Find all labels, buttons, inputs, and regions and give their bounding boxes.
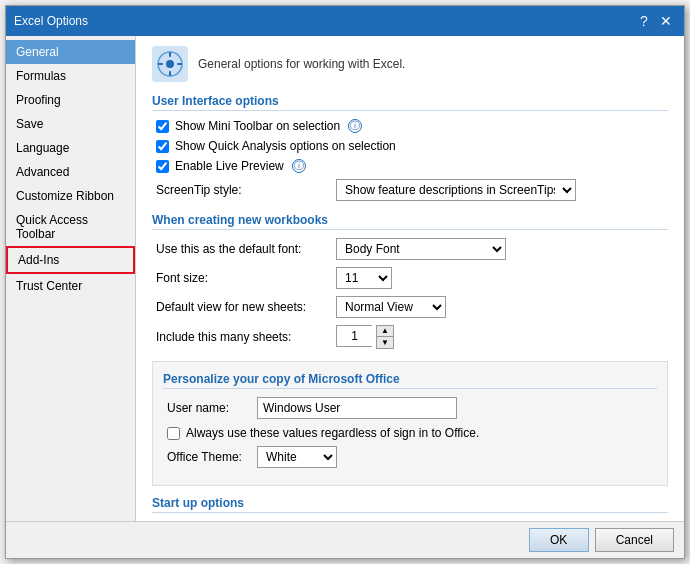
username-input[interactable]: [257, 397, 457, 419]
svg-rect-3: [169, 71, 171, 76]
ui-options-title: User Interface options: [152, 94, 668, 111]
sidebar-item-save[interactable]: Save: [6, 112, 135, 136]
excel-options-dialog: Excel Options ? ✕ General Formulas Proof…: [5, 5, 685, 559]
live-preview-row: Enable Live Preview ⓘ: [152, 159, 668, 173]
office-theme-control: White Colorful Dark Gray Black: [257, 446, 337, 468]
always-use-label[interactable]: Always use these values regardless of si…: [167, 426, 479, 440]
sidebar-item-quick-access-toolbar[interactable]: Quick Access Toolbar: [6, 208, 135, 246]
default-font-label: Use this as the default font:: [156, 242, 336, 256]
num-sheets-label: Include this many sheets:: [156, 330, 336, 344]
always-use-row: Always use these values regardless of si…: [163, 426, 657, 440]
mini-toolbar-info-icon[interactable]: ⓘ: [348, 119, 362, 133]
num-sheets-row: Include this many sheets: ▲ ▼: [152, 325, 668, 349]
new-workbook-group: When creating new workbooks Use this as …: [152, 213, 668, 349]
mini-toolbar-checkbox[interactable]: [156, 120, 169, 133]
default-font-select[interactable]: Body Font Calibri Arial Times New Roman: [336, 238, 506, 260]
dialog-body: General Formulas Proofing Save Language …: [6, 36, 684, 521]
new-workbook-title: When creating new workbooks: [152, 213, 668, 230]
default-font-row: Use this as the default font: Body Font …: [152, 238, 668, 260]
font-size-select[interactable]: 891011 12141618: [336, 267, 392, 289]
live-preview-label[interactable]: Enable Live Preview ⓘ: [156, 159, 306, 173]
personalize-title: Personalize your copy of Microsoft Offic…: [163, 372, 657, 389]
startup-group: Start up options Choose the extensions y…: [152, 496, 668, 521]
title-bar-controls: ? ✕: [634, 11, 676, 31]
mini-toolbar-label[interactable]: Show Mini Toolbar on selection ⓘ: [156, 119, 362, 133]
sidebar-item-language[interactable]: Language: [6, 136, 135, 160]
sidebar-item-trust-center[interactable]: Trust Center: [6, 274, 135, 298]
font-size-label: Font size:: [156, 271, 336, 285]
sidebar-item-advanced[interactable]: Advanced: [6, 160, 135, 184]
svg-rect-4: [158, 63, 163, 65]
num-sheets-control: ▲ ▼: [336, 325, 394, 349]
default-view-control: Normal View Page Break Preview Page Layo…: [336, 296, 446, 318]
startup-title: Start up options: [152, 496, 668, 513]
cancel-button[interactable]: Cancel: [595, 528, 674, 552]
default-view-label: Default view for new sheets:: [156, 300, 336, 314]
office-theme-label: Office Theme:: [167, 450, 257, 464]
num-sheets-input[interactable]: [336, 325, 372, 347]
sidebar-item-formulas[interactable]: Formulas: [6, 64, 135, 88]
help-button[interactable]: ?: [634, 11, 654, 31]
username-label: User name:: [167, 401, 257, 415]
sidebar: General Formulas Proofing Save Language …: [6, 36, 136, 521]
general-icon: [152, 46, 188, 82]
ui-options-group: User Interface options Show Mini Toolbar…: [152, 94, 668, 201]
title-bar: Excel Options ? ✕: [6, 6, 684, 36]
sidebar-item-proofing[interactable]: Proofing: [6, 88, 135, 112]
dialog-title: Excel Options: [14, 14, 88, 28]
live-preview-checkbox[interactable]: [156, 160, 169, 173]
sidebar-item-add-ins[interactable]: Add-Ins: [6, 246, 135, 274]
always-use-checkbox[interactable]: [167, 427, 180, 440]
svg-point-1: [166, 60, 174, 68]
svg-rect-5: [177, 63, 182, 65]
username-control: [257, 397, 457, 419]
mini-toolbar-row: Show Mini Toolbar on selection ⓘ: [152, 119, 668, 133]
default-view-select[interactable]: Normal View Page Break Preview Page Layo…: [336, 296, 446, 318]
ok-button[interactable]: OK: [529, 528, 589, 552]
screentip-control: Show feature descriptions in ScreenTips …: [336, 179, 576, 201]
quick-analysis-row: Show Quick Analysis options on selection: [152, 139, 668, 153]
default-view-row: Default view for new sheets: Normal View…: [152, 296, 668, 318]
content-header-row: General options for working with Excel.: [152, 46, 668, 82]
screentip-select[interactable]: Show feature descriptions in ScreenTips …: [336, 179, 576, 201]
sidebar-item-customize-ribbon[interactable]: Customize Ribbon: [6, 184, 135, 208]
font-size-control: 891011 12141618: [336, 267, 392, 289]
spinner-up-button[interactable]: ▲: [377, 326, 393, 337]
quick-analysis-checkbox[interactable]: [156, 140, 169, 153]
office-theme-select[interactable]: White Colorful Dark Gray Black: [257, 446, 337, 468]
screentip-label: ScreenTip style:: [156, 183, 336, 197]
office-theme-row: Office Theme: White Colorful Dark Gray B…: [163, 446, 657, 468]
screentip-row: ScreenTip style: Show feature descriptio…: [152, 179, 668, 201]
default-font-control: Body Font Calibri Arial Times New Roman: [336, 238, 506, 260]
dialog-footer: OK Cancel: [6, 521, 684, 558]
font-size-row: Font size: 891011 12141618: [152, 267, 668, 289]
content-area: General options for working with Excel. …: [136, 36, 684, 521]
username-row: User name:: [163, 397, 657, 419]
svg-rect-2: [169, 52, 171, 57]
spinner-down-button[interactable]: ▼: [377, 337, 393, 348]
section-header-text: General options for working with Excel.: [198, 57, 405, 71]
sidebar-item-general[interactable]: General: [6, 40, 135, 64]
close-button[interactable]: ✕: [656, 11, 676, 31]
live-preview-info-icon[interactable]: ⓘ: [292, 159, 306, 173]
quick-analysis-label[interactable]: Show Quick Analysis options on selection: [156, 139, 396, 153]
personalize-group: Personalize your copy of Microsoft Offic…: [152, 361, 668, 486]
spinner-buttons: ▲ ▼: [376, 325, 394, 349]
